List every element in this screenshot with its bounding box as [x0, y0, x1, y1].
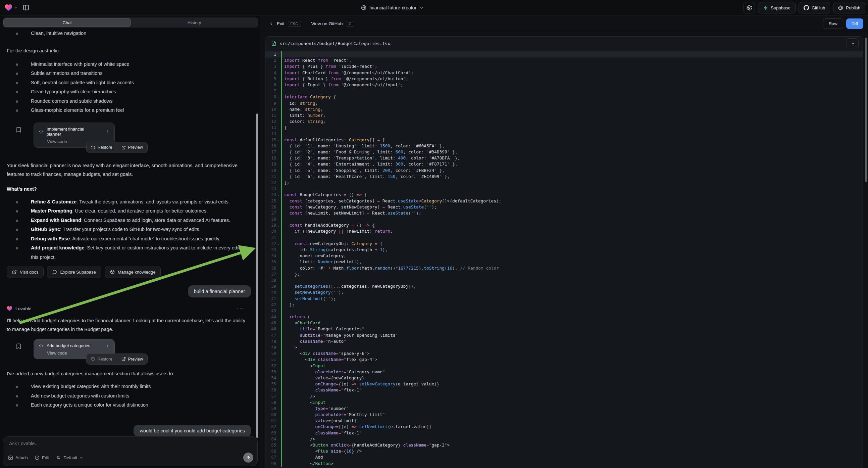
fold-spacer: [276, 289, 281, 295]
code-line: 66 <Plus size={16} />: [266, 448, 863, 454]
version-title: Add budget categories: [46, 343, 90, 348]
fold-toggle-icon[interactable]: ⌄: [276, 137, 281, 143]
manage-knowledge-button[interactable]: Manage knowledge: [105, 266, 161, 278]
code-line: 24⌄const BudgetCategories = () => {: [266, 192, 863, 198]
chat-message-list[interactable]: Clean, intuitive navigation For the desi…: [0, 28, 256, 436]
bookmark-icon[interactable]: [16, 343, 22, 350]
code-line: 27 const [newLimit, setNewLimit] = React…: [266, 210, 863, 216]
project-selector[interactable]: financial-future-creator: [361, 0, 424, 16]
explore-supabase-button[interactable]: Explore Supabase: [47, 266, 101, 278]
fold-spacer: [276, 308, 281, 314]
chat-input[interactable]: [9, 441, 251, 446]
github-button[interactable]: GitHub: [799, 2, 830, 13]
line-number: 45: [266, 320, 276, 326]
code-panel-scrollbar[interactable]: [865, 38, 867, 182]
diff-added-indicator: [281, 277, 282, 283]
fold-spacer: [276, 113, 281, 118]
fold-toggle-icon[interactable]: ⌄: [276, 192, 281, 198]
code-line: 64 />: [266, 436, 863, 442]
sidebar-toggle-button[interactable]: [20, 2, 32, 13]
diff-added-indicator: [281, 412, 282, 418]
restore-button[interactable]: Restore: [87, 142, 117, 153]
chat-scrollbar[interactable]: [256, 114, 258, 438]
visit-docs-button[interactable]: Visit docs: [7, 266, 43, 278]
code-line: 63 className="flex-1": [266, 430, 863, 436]
line-number: 58: [266, 400, 276, 406]
tab-chat[interactable]: Chat: [3, 18, 131, 27]
preview-button[interactable]: Preview: [117, 354, 147, 364]
preview-button[interactable]: Preview: [117, 142, 147, 153]
settings-button[interactable]: [744, 2, 755, 13]
restore-button[interactable]: Restore: [87, 354, 117, 364]
restore-icon: [91, 357, 95, 361]
line-number: 62: [266, 424, 276, 430]
code-line: 6import { Input } from '@/components/ui/…: [266, 82, 863, 88]
user-message-bubble: build a financial planner: [188, 285, 251, 297]
line-number: 16: [266, 143, 276, 149]
send-button[interactable]: [243, 452, 253, 463]
line-number: 11: [266, 113, 276, 118]
fold-spacer: [276, 174, 281, 180]
message-menu-button[interactable]: ···: [237, 305, 244, 312]
external-link-icon: [12, 270, 17, 274]
edit-button[interactable]: Edit: [35, 455, 49, 460]
top-header: financial-future-creator Supabase GitHub: [0, 0, 868, 16]
diff-added-indicator: [281, 70, 282, 76]
fold-spacer: [276, 271, 281, 277]
fold-spacer: [276, 204, 281, 210]
supabase-button[interactable]: Supabase: [758, 2, 796, 13]
fold-spacer: [276, 63, 281, 69]
line-number: 43: [266, 308, 276, 314]
diff-added-indicator: [281, 283, 282, 289]
tab-history[interactable]: History: [131, 18, 258, 27]
lovable-logo-heart-icon[interactable]: [5, 4, 18, 11]
list-item: Debug with Ease: Activate our experiment…: [0, 234, 256, 244]
line-number: 28: [266, 216, 276, 222]
code-line: 33 id: String(categories.length + 1),: [266, 247, 863, 253]
line-number: 1: [266, 51, 276, 57]
code-line: 30 if (!newCategory || !newLimit) return…: [266, 228, 863, 234]
restore-icon: [91, 145, 95, 150]
code-line: 7: [266, 88, 863, 94]
chevron-up-icon: [850, 41, 855, 46]
code-line: 53 placeholder="Category name": [266, 369, 863, 375]
diff-added-indicator: [281, 436, 282, 442]
fold-spacer: [276, 332, 281, 339]
bookmark-icon[interactable]: [16, 126, 22, 133]
list-item: Glass-morphic elements for a premium fee…: [0, 106, 256, 115]
line-number: 13: [266, 124, 276, 130]
code-line: 36 color: '#' + Math.floor(Math.random()…: [266, 265, 863, 271]
fold-spacer: [276, 461, 281, 467]
fold-spacer: [276, 418, 281, 424]
fold-toggle-icon[interactable]: ⌄: [276, 241, 281, 247]
diff-added-indicator: [281, 82, 282, 88]
file-header[interactable]: src/components/budget/BudgetCategories.t…: [266, 37, 863, 50]
lovable-avatar: [7, 306, 12, 311]
diff-toggle-button[interactable]: Diff: [846, 19, 863, 29]
diff-added-indicator: [281, 241, 282, 247]
attach-button[interactable]: Attach: [8, 455, 28, 460]
line-number: 53: [266, 369, 276, 375]
fold-toggle-icon[interactable]: ⌄: [276, 94, 281, 100]
fold-spacer: [276, 375, 281, 381]
collapse-file-button[interactable]: [846, 38, 859, 48]
chevron-right-icon: [105, 129, 110, 134]
line-number: 3: [266, 63, 276, 69]
exit-button[interactable]: Exit ESC: [269, 21, 301, 27]
lovable-app-window: financial-future-creator Supabase GitHub: [0, 0, 868, 468]
diff-added-indicator: [281, 356, 282, 362]
fold-spacer: [276, 424, 281, 430]
fold-spacer: [276, 454, 281, 460]
mode-selector[interactable]: Default: [56, 455, 83, 460]
line-number: 34: [266, 253, 276, 259]
diff-added-indicator: [281, 320, 282, 326]
assistant-header: Lovable ···: [0, 305, 256, 312]
publish-button[interactable]: Publish: [833, 2, 865, 13]
view-on-github-button[interactable]: View on GitHub G: [311, 21, 354, 27]
fold-toggle-icon[interactable]: ⌄: [276, 222, 281, 228]
line-number: 17: [266, 149, 276, 155]
line-number: 23: [266, 186, 276, 192]
raw-toggle-button[interactable]: Raw: [823, 19, 843, 29]
fold-spacer: [276, 356, 281, 362]
fold-spacer: [276, 100, 281, 107]
